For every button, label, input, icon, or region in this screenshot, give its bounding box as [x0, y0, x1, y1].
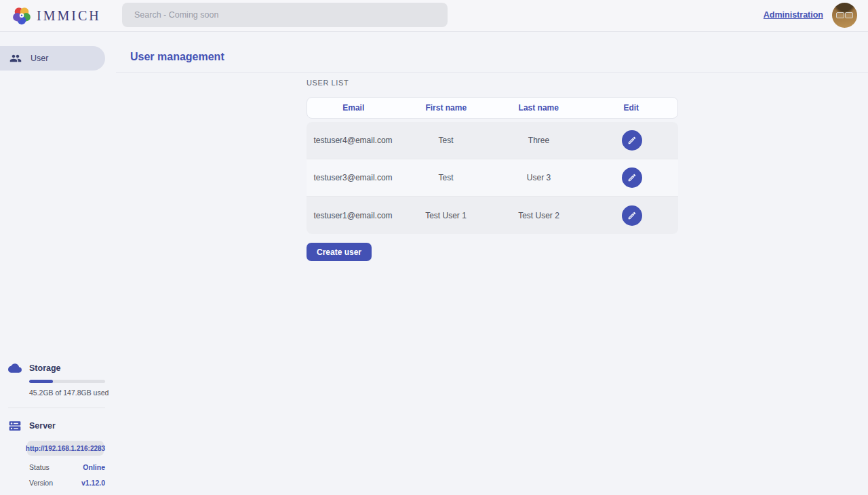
server-panel: Server http://192.168.1.216:2283 Status … — [0, 419, 115, 487]
column-header-last-name: Last name — [492, 103, 585, 113]
users-group-icon — [9, 52, 22, 64]
sidebar-nav: User — [0, 32, 115, 71]
user-edit-cell — [585, 205, 678, 226]
server-version-label: Version — [29, 479, 53, 487]
edit-user-button[interactable] — [622, 167, 642, 188]
user-table-header: Email First name Last name Edit — [307, 97, 678, 119]
edit-user-button[interactable] — [622, 205, 642, 226]
user-edit-cell — [585, 130, 678, 151]
user-last-name-cell: Three — [492, 136, 585, 145]
user-last-name-cell: User 3 — [492, 173, 585, 182]
create-user-button[interactable]: Create user — [307, 243, 372, 261]
table-row: testuser3@email.com Test User 3 — [307, 159, 678, 197]
server-version-value: v1.12.0 — [81, 479, 105, 487]
user-first-name-cell: Test — [399, 136, 492, 145]
storage-usage-text: 45.2GB of 147.8GB used — [29, 389, 115, 397]
server-header: Server — [0, 419, 115, 433]
storage-progress-fill — [29, 380, 53, 383]
user-list-section: USER LIST Email First name Last name Edi… — [307, 79, 678, 261]
server-title: Server — [29, 421, 56, 431]
main-content: User management USER LIST Email First na… — [115, 32, 868, 495]
table-row: testuser1@email.com Test User 1 Test Use… — [307, 197, 678, 234]
title-divider — [116, 72, 868, 73]
user-avatar[interactable] — [832, 3, 857, 28]
user-table-body: testuser4@email.com Test Three testuser3… — [307, 122, 678, 234]
column-header-edit: Edit — [585, 103, 678, 113]
sidebar-item-label: User — [31, 54, 48, 63]
user-first-name-cell: Test — [399, 173, 492, 182]
user-first-name-cell: Test User 1 — [399, 211, 492, 220]
server-version-row: Version v1.12.0 — [29, 479, 105, 487]
sidebar-status-panel: Storage 45.2GB of 147.8GB used Server ht… — [0, 361, 115, 495]
user-edit-cell — [585, 167, 678, 188]
top-bar: IMMICH Administration — [0, 0, 868, 32]
storage-header: Storage — [0, 361, 115, 375]
brand-wordmark: IMMICH — [37, 8, 101, 24]
cloud-icon — [8, 361, 22, 375]
storage-progress-bar — [29, 380, 105, 383]
sidebar-item-user[interactable]: User — [0, 46, 105, 71]
pencil-icon — [627, 136, 637, 145]
search-input[interactable] — [122, 3, 448, 27]
immich-logo-link[interactable]: IMMICH — [12, 0, 101, 31]
storage-title: Storage — [29, 363, 61, 373]
user-email-cell: testuser3@email.com — [307, 173, 399, 182]
edit-user-button[interactable] — [622, 130, 642, 151]
page-title: User management — [130, 51, 224, 63]
user-email-cell: testuser4@email.com — [307, 136, 399, 145]
pencil-icon — [627, 211, 637, 220]
server-status-row: Status Online — [29, 463, 105, 471]
pencil-icon — [627, 173, 637, 182]
table-row: testuser4@email.com Test Three — [307, 122, 678, 159]
user-email-cell: testuser1@email.com — [307, 211, 399, 220]
server-icon — [8, 419, 22, 433]
administration-link[interactable]: Administration — [764, 10, 823, 20]
server-status-value: Online — [83, 463, 105, 471]
admin-sidebar: User Storage 45.2GB of 147.8GB used — [0, 32, 115, 495]
server-url-badge: http://192.168.1.216:2283 — [27, 441, 104, 456]
column-header-first-name: First name — [400, 103, 493, 113]
sidebar-divider — [8, 408, 105, 408]
section-label: USER LIST — [307, 79, 678, 87]
server-status-label: Status — [29, 463, 50, 471]
user-last-name-cell: Test User 2 — [492, 211, 585, 220]
immich-flower-icon — [12, 5, 32, 26]
column-header-email: Email — [307, 103, 400, 113]
